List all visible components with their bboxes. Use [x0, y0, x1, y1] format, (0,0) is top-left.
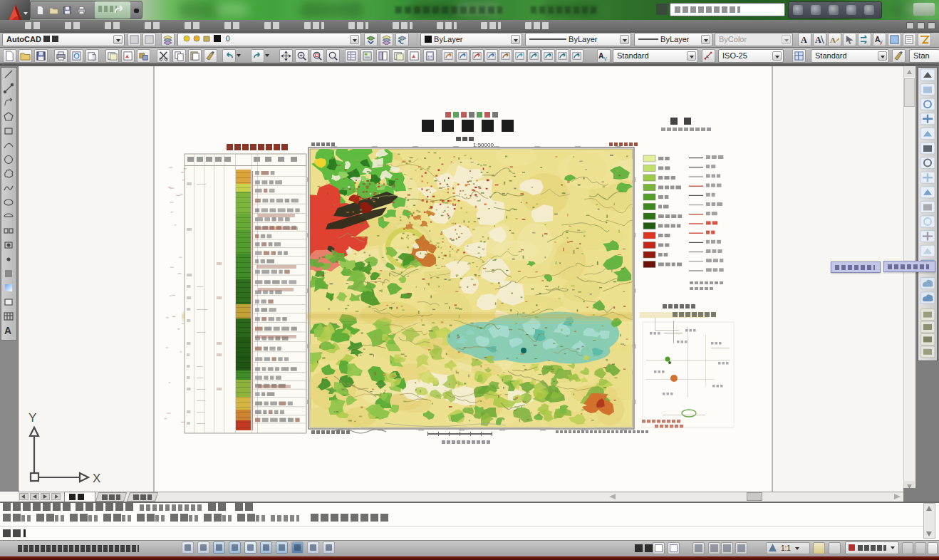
- svg-text:X: X: [93, 472, 100, 485]
- svg-text:A: A: [4, 325, 11, 336]
- svg-text:1:50000: 1:50000: [473, 142, 494, 148]
- svg-text:Y: Y: [28, 411, 36, 425]
